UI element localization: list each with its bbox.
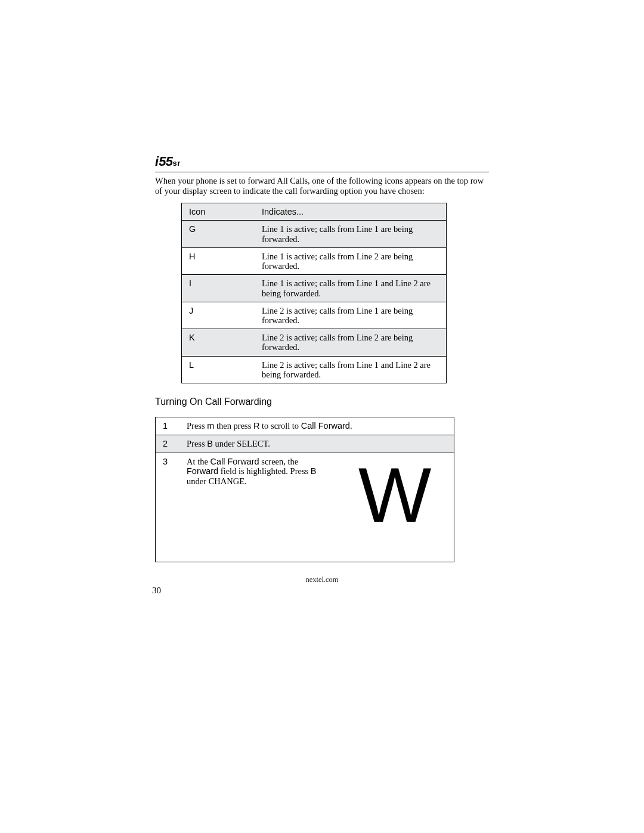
step-number: 3 — [156, 453, 180, 562]
step-row: 2 Press B under SELECT. — [156, 435, 454, 453]
section-heading: Turning On Call Forwarding — [155, 397, 489, 407]
steps-table: 1 Press m then press R to scroll to Call… — [155, 417, 454, 562]
table-row: I Line 1 is active; calls from Line 1 an… — [182, 275, 447, 302]
model-label: i55sr — [155, 157, 181, 168]
icon-cell: K — [182, 329, 255, 356]
icon-cell: L — [182, 356, 255, 383]
table-header-row: Icon Indicates... — [182, 203, 447, 221]
desc-cell: Line 1 is active; calls from Line 1 are … — [255, 221, 447, 247]
table-row: H Line 1 is active; calls from Line 2 ar… — [182, 247, 447, 274]
icon-cell: J — [182, 302, 255, 329]
desc-cell: Line 1 is active; calls from Line 1 and … — [255, 275, 447, 302]
table-row: G Line 1 is active; calls from Line 1 ar… — [182, 221, 447, 247]
step-row: 3 At the Call Forward screen, the Forwar… — [156, 453, 454, 562]
table-row: L Line 2 is active; calls from Line 1 an… — [182, 356, 447, 383]
step-row: 1 Press m then press R to scroll to Call… — [156, 417, 454, 435]
manual-page: i55sr When your phone is set to forward … — [0, 0, 644, 833]
footer-url: nextel.com — [155, 575, 489, 584]
step-number: 2 — [156, 435, 180, 453]
model-sr: sr — [173, 159, 181, 168]
step-number: 1 — [156, 417, 180, 435]
icon-cell: I — [182, 275, 255, 302]
step-text: Press m then press R to scroll to Call F… — [179, 417, 454, 435]
model-num: 55 — [159, 154, 172, 169]
desc-cell: Line 2 is active; calls from Line 1 are … — [255, 302, 447, 329]
desc-cell: Line 2 is active; calls from Line 1 and … — [255, 356, 447, 383]
icon-cell: G — [182, 221, 255, 247]
icon-indicator-table: Icon Indicates... G Line 1 is active; ca… — [181, 203, 447, 383]
step-text: At the Call Forward screen, the Forward … — [179, 453, 454, 562]
page-number: 30 — [152, 586, 161, 596]
step-text: Press B under SELECT. — [179, 435, 454, 453]
intro-paragraph: When your phone is set to forward All Ca… — [155, 176, 489, 196]
table-row: K Line 2 is active; calls from Line 2 ar… — [182, 329, 447, 356]
graphic-letter: W — [358, 460, 432, 530]
page-header: i55sr — [155, 154, 489, 172]
col-header-indicates: Indicates... — [255, 203, 447, 221]
desc-cell: Line 1 is active; calls from Line 2 are … — [255, 247, 447, 274]
icon-cell: H — [182, 247, 255, 274]
table-row: J Line 2 is active; calls from Line 1 ar… — [182, 302, 447, 329]
desc-cell: Line 2 is active; calls from Line 2 are … — [255, 329, 447, 356]
screen-graphic: W — [342, 457, 448, 530]
col-header-icon: Icon — [182, 203, 255, 221]
